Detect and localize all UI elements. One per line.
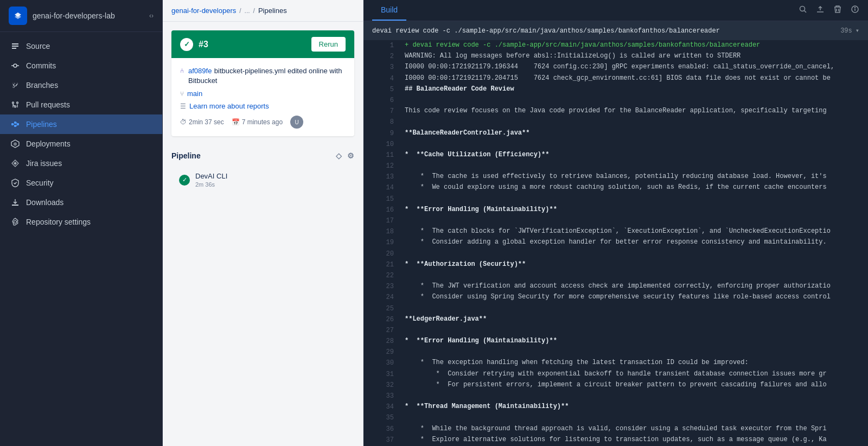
reports-link[interactable]: Learn more about reports (189, 102, 269, 110)
line-content: * Consider retrying with exponential bac… (405, 369, 859, 380)
sidebar-item-deployments[interactable]: Deployments (0, 134, 162, 154)
sidebar-item-repo-settings[interactable]: Repository settings (0, 212, 162, 232)
command-text: devai review code -c ./sample-app/src/ma… (372, 27, 720, 35)
sidebar-item-label-prs: Pull requests (26, 100, 70, 109)
line-number: 29 (372, 347, 394, 358)
reports-row: ☰ Learn more about reports (180, 102, 346, 110)
line-content: **BalanceReaderController.java** (405, 128, 859, 139)
line-number: 27 (372, 325, 394, 336)
commit-info: ⑃ af089fe bitbucket-pipelines.yml edited… (180, 66, 346, 85)
output-line: 17 (363, 215, 868, 226)
settings-gear-icon[interactable]: ⚙ (347, 151, 354, 160)
line-content: * We could explore using a more robust c… (405, 182, 859, 193)
line-content (405, 249, 859, 259)
line-number: 3 (372, 62, 394, 73)
output-line: 23 * The JWT verification and account ac… (363, 281, 868, 292)
line-content: * The exception handling when fetching t… (405, 358, 859, 368)
rerun-button[interactable]: Rerun (311, 37, 346, 52)
line-number: 34 (372, 402, 394, 412)
expand-icon[interactable]: ▾ (856, 27, 859, 35)
line-number: 2 (372, 51, 394, 62)
sidebar-item-label-repo-settings: Repository settings (26, 218, 91, 226)
line-content: * **Error Handling (Maintainability)** (405, 336, 859, 347)
line-number: 30 (372, 358, 394, 368)
sidebar-item-source[interactable]: Source (0, 36, 162, 56)
line-number: 22 (372, 270, 394, 281)
stage-success-icon: ✓ (179, 175, 190, 186)
line-number: 8 (372, 117, 394, 128)
sidebar-item-commits[interactable]: Commits (0, 56, 162, 75)
run-success-icon: ✓ (180, 38, 193, 51)
breadcrumb-repo-link[interactable]: genai-for-developers (171, 7, 236, 15)
meta-row: ⏱ 2min 37 sec 📅 7 minutes ago U (180, 116, 346, 129)
pipeline-run-card: ✓ #3 Rerun ⑃ af089fe bitbucket-pipelines… (171, 30, 354, 136)
output-line: 7This code review focuses on the Java co… (363, 106, 868, 117)
sidebar-item-label-commits: Commits (26, 61, 56, 70)
branch-icon: ⑂ (180, 90, 184, 98)
output-line: 18 * The catch blocks for `JWTVerificati… (363, 226, 868, 237)
stage-item-devai-cli[interactable]: ✓ DevAI CLI 2m 36s (171, 165, 354, 194)
sidebar-item-label-jira: Jira issues (26, 159, 62, 168)
output-line: 9**BalanceReaderController.java** (363, 128, 868, 139)
calendar-icon: 📅 (232, 118, 240, 126)
line-content: This code review focuses on the Java cod… (405, 106, 859, 117)
pipeline-run-header: ✓ #3 Rerun (171, 30, 354, 58)
collapse-button[interactable]: ‹› (149, 12, 154, 20)
line-content (405, 161, 859, 171)
bookmark-icon[interactable]: ◇ (336, 151, 342, 160)
line-number: 17 (372, 215, 394, 226)
security-icon (11, 179, 20, 187)
duration-item: ⏱ 2min 37 sec (180, 118, 224, 126)
sidebar-item-pull-requests[interactable]: Pull requests (0, 95, 162, 114)
line-number: 10 (372, 139, 394, 150)
trash-icon[interactable] (833, 5, 842, 16)
sidebar-item-security[interactable]: Security (0, 173, 162, 193)
output-line: 24 * Consider using Spring Security for … (363, 292, 868, 303)
line-number: 20 (372, 249, 394, 259)
line-content: WARNING: All log messages before absl::I… (405, 51, 859, 62)
repo-settings-icon (11, 218, 20, 226)
pipeline-card-body: ⑃ af089fe bitbucket-pipelines.yml edited… (171, 58, 354, 136)
line-content (405, 325, 859, 336)
build-output-panel: Build (363, 0, 868, 446)
line-content: + devai review code -c ./sample-app/src/… (405, 40, 859, 51)
sidebar-item-jira[interactable]: Jira issues (0, 154, 162, 173)
output-line: 4I0000 00:00:1721921179.204715 7624 chec… (363, 73, 868, 84)
tab-build[interactable]: Build (372, 0, 406, 21)
line-content (405, 139, 859, 150)
line-number: 1 (372, 40, 394, 51)
output-line: 15 (363, 194, 868, 205)
branch-link[interactable]: main (187, 90, 202, 98)
line-number: 18 (372, 226, 394, 237)
source-icon (11, 42, 20, 50)
run-number: #3 (199, 40, 306, 49)
build-output-content: 1+ devai review code -c ./sample-app/src… (363, 40, 868, 446)
info-icon[interactable] (851, 5, 859, 16)
report-icon: ☰ (180, 103, 186, 110)
line-content (405, 215, 859, 226)
sidebar-item-pipelines[interactable]: Pipelines (0, 114, 162, 134)
output-line: 1+ devai review code -c ./sample-app/src… (363, 40, 868, 51)
line-content (405, 412, 859, 423)
sidebar-item-label-downloads: Downloads (26, 198, 63, 207)
time-ago-text: 7 minutes ago (242, 118, 283, 126)
search-icon[interactable] (799, 5, 807, 16)
commits-icon (11, 61, 20, 70)
line-number: 16 (372, 205, 394, 215)
commit-hash-link[interactable]: af089fe (188, 67, 212, 75)
line-content: * **Cache Utilization (Efficiency)** (405, 150, 859, 161)
output-line: 30 * The exception handling when fetchin… (363, 358, 868, 368)
svg-point-0 (14, 64, 17, 67)
output-line: 29 (363, 347, 868, 358)
sidebar-item-downloads[interactable]: Downloads (0, 193, 162, 212)
line-number: 33 (372, 391, 394, 402)
upload-icon[interactable] (816, 5, 825, 16)
sidebar: genai-for-developers-lab ‹› Source Commi… (0, 0, 163, 446)
line-number: 14 (372, 182, 394, 193)
output-line: 11* **Cache Utilization (Efficiency)** (363, 150, 868, 161)
breadcrumb-sep2: / (253, 7, 255, 15)
svg-point-11 (855, 8, 856, 8)
line-number: 37 (372, 435, 394, 445)
line-number: 4 (372, 73, 394, 84)
sidebar-item-branches[interactable]: Branches (0, 75, 162, 95)
